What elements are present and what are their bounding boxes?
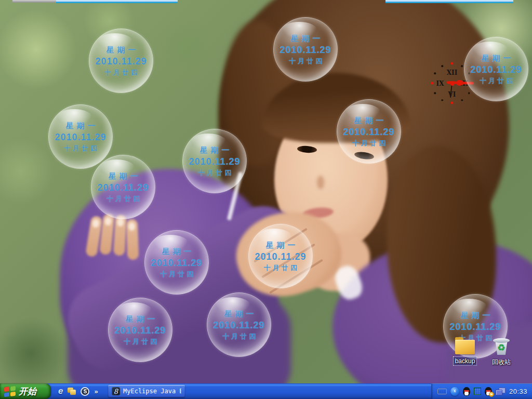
- folder-icon: [455, 340, 475, 354]
- start-button[interactable]: 开始: [0, 383, 51, 399]
- wallpaper-finger: [126, 219, 139, 260]
- bubble-text-line3: 十月廿四: [262, 264, 299, 272]
- bubble-text-line2: 2010.11.29: [280, 45, 331, 56]
- bubble-text-line3: 十月廿四: [102, 69, 140, 77]
- s-browser-icon[interactable]: S: [81, 387, 89, 396]
- qq-messenger-icon[interactable]: [463, 387, 470, 396]
- clock-numeral-12: XII: [447, 69, 458, 76]
- clock-hour-dot: [461, 99, 463, 101]
- bubble-text-line1: 星期一: [288, 34, 324, 43]
- clock-hour-dot: [461, 65, 463, 67]
- bubble-text-line2: 2010.11.29: [97, 182, 149, 193]
- bubble-text-line1: 星期一: [221, 309, 257, 318]
- bubble-text-line1: 星期一: [105, 171, 141, 180]
- bubble-text-line2: 2010.11.29: [213, 320, 264, 331]
- bubble-text-line1: 星期一: [263, 241, 299, 249]
- myeclipse-icon: 8: [112, 387, 120, 395]
- date-bubble-widget[interactable]: 星期一2010.11.29十月廿四: [182, 129, 247, 193]
- bubble-text-line1: 星期一: [123, 314, 158, 323]
- date-bubble-widget[interactable]: 星期一2010.11.29十月廿四: [108, 298, 172, 362]
- date-bubble-widget[interactable]: 星期一2010.11.29十月廿四: [89, 29, 153, 93]
- bubble-text-line2: 2010.11.29: [470, 64, 522, 75]
- bubble-text-line3: 十月廿四: [350, 140, 388, 148]
- bubble-text-line2: 2010.11.29: [343, 127, 394, 138]
- bubble-text-line1: 星期一: [159, 247, 195, 256]
- bubble-text-line3: 十月廿四: [158, 271, 195, 278]
- clock-quarter-dot: [451, 62, 454, 65]
- bubble-text-line2: 2010.11.29: [151, 258, 202, 269]
- taskbar-button-myeclipse[interactable]: 8 MyEclipse Java E...: [108, 385, 185, 397]
- date-bubble-widget[interactable]: 星期一2010.11.29十月廿四: [48, 104, 113, 169]
- tray-clock[interactable]: 20:33: [509, 388, 527, 395]
- network-monitors-icon[interactable]: [496, 388, 506, 395]
- date-bubble-widget[interactable]: 星期一2010.11.29十月廿四: [144, 230, 209, 295]
- offscreen-window-edge-gray[interactable]: [12, 0, 56, 3]
- bubble-text-line2: 2010.11.29: [255, 251, 306, 262]
- bubble-text-line3: 十月廿四: [122, 338, 159, 346]
- clock-hour-dot: [468, 92, 470, 94]
- qq-messenger-away-icon[interactable]: [485, 387, 492, 396]
- desktop: XII III VI IX 星期一2010.11.29十月廿四星期一2010.1…: [0, 0, 532, 399]
- quick-launch-overflow-chevron[interactable]: »: [94, 388, 98, 395]
- date-bubble-widget[interactable]: 星期一2010.11.29十月廿四: [91, 155, 155, 219]
- qq-away-badge: [489, 392, 494, 397]
- taskbar-button-label: MyEclipse Java E...: [123, 388, 181, 395]
- desktop-icon-label: 回收站: [490, 357, 512, 367]
- bubble-text-line2: 2010.11.29: [114, 325, 166, 336]
- offscreen-window-edge-blue-right[interactable]: [385, 0, 513, 3]
- bubble-text-line2: 2010.11.29: [449, 322, 501, 332]
- date-bubble-widget[interactable]: 星期一2010.11.29十月廿四: [207, 292, 271, 357]
- date-bubble-widget[interactable]: 星期一2010.11.29十月廿四: [273, 17, 338, 82]
- tray-collapse-chevron-icon[interactable]: ‹: [450, 387, 459, 396]
- date-bubble-widget[interactable]: 星期一2010.11.29十月廿四: [248, 224, 313, 288]
- recycle-bin-icon: ♻: [492, 337, 511, 355]
- bubble-text-line2: 2010.11.29: [55, 132, 106, 143]
- clock-hour-dot: [441, 65, 443, 67]
- taskbar: 开始 e S » 8 MyEclipse Java E... ‹ 20:33: [0, 383, 532, 399]
- date-bubble-widget[interactable]: 星期一2010.11.29十月廿四: [464, 37, 528, 101]
- recycle-symbol-icon: ♻: [492, 342, 511, 353]
- system-tray: ‹ 20:33: [431, 383, 532, 399]
- input-method-keyboard-icon[interactable]: [437, 389, 447, 394]
- bubble-text-line1: 星期一: [478, 54, 514, 62]
- bubble-text-line1: 星期一: [63, 121, 99, 130]
- start-button-label: 开始: [19, 385, 36, 397]
- clock-hour-dot: [434, 92, 436, 94]
- bubble-text-line3: 十月廿四: [477, 77, 515, 85]
- wallpaper-nose: [317, 176, 324, 189]
- date-bubble-widget[interactable]: 星期一2010.11.29十月廿四: [337, 99, 401, 164]
- clock-hour-dot: [441, 99, 443, 101]
- bubble-text-line3: 十月廿四: [196, 169, 233, 177]
- bubble-text-line3: 十月廿四: [104, 195, 142, 203]
- bubble-text-line3: 十月廿四: [62, 145, 99, 153]
- clock-numeral-6: VI: [448, 91, 456, 98]
- green-grid-tray-icon[interactable]: [474, 388, 481, 395]
- clock-numeral-9: IX: [436, 80, 444, 87]
- bubble-text-line3: 十月廿四: [220, 333, 258, 341]
- bubble-text-line1: 星期一: [351, 116, 387, 125]
- desktop-icon-label: backup: [453, 356, 477, 366]
- bubble-text-line2: 2010.11.29: [95, 56, 147, 67]
- clock-quarter-dot: [431, 82, 434, 85]
- clock-quarter-dot: [451, 102, 454, 104]
- bubble-text-line1: 星期一: [458, 311, 494, 320]
- bubble-text-line1: 星期一: [197, 145, 233, 154]
- wallpaper-finger: [113, 215, 127, 256]
- internet-explorer-icon[interactable]: e: [58, 386, 63, 396]
- bubble-text-line1: 星期一: [103, 45, 139, 54]
- clock-hour-dot: [434, 72, 436, 74]
- bubble-text-line3: 十月廿四: [287, 58, 324, 65]
- offscreen-window-edge-blue-left[interactable]: [56, 0, 178, 3]
- desktop-icon-backup[interactable]: backup: [447, 337, 483, 366]
- quick-launch-bar: e S »: [55, 383, 98, 399]
- gold-folders-icon[interactable]: [68, 388, 76, 395]
- desktop-icon-recycle-bin[interactable]: ♻ 回收站: [483, 337, 520, 367]
- windows-logo-icon: [4, 385, 16, 396]
- clock-center-pin: [450, 81, 455, 86]
- bubble-text-line2: 2010.11.29: [189, 156, 240, 167]
